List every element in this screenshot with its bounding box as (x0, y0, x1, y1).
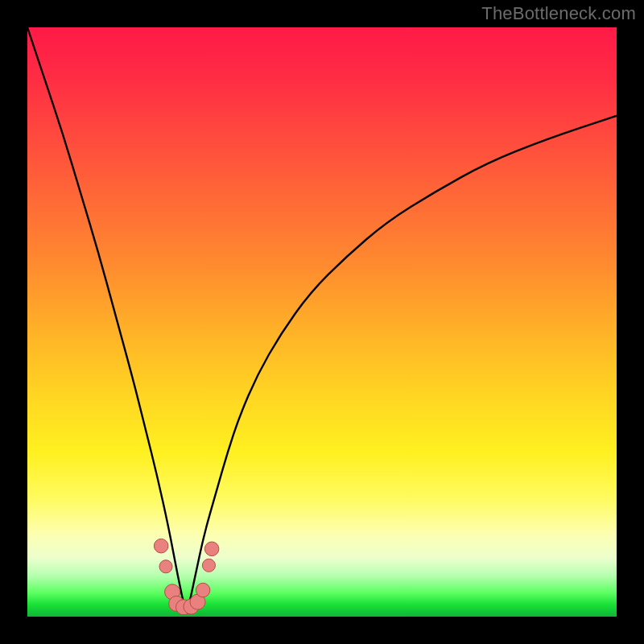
chart-svg (27, 27, 617, 617)
curve-marker (202, 559, 215, 572)
curve-markers (154, 539, 219, 614)
curve-marker (204, 542, 219, 556)
bottleneck-curve-path (27, 27, 617, 606)
curve-marker (196, 583, 210, 597)
curve-marker (154, 539, 168, 553)
outer-frame: TheBottleneck.com (0, 0, 644, 644)
watermark-text: TheBottleneck.com (481, 3, 636, 24)
curve-marker (159, 560, 172, 573)
plot-area (27, 27, 617, 617)
